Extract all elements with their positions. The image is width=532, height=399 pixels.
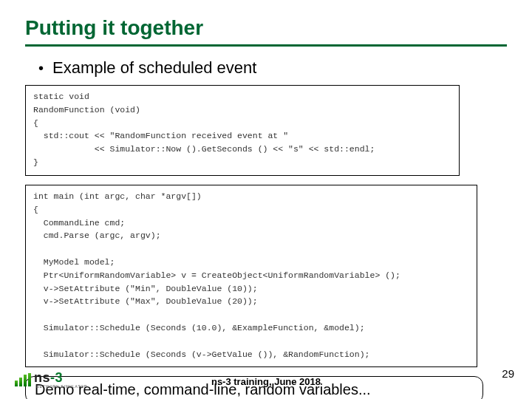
page-number: 29	[502, 367, 514, 380]
code-block-1: static void RandomFunction (void) { std:…	[25, 85, 460, 176]
slide-title: Putting it together	[25, 16, 507, 40]
bullet-item: • Example of scheduled event	[38, 58, 507, 78]
title-divider	[25, 44, 507, 47]
footer-text: ns-3 training, June 2018	[211, 376, 321, 387]
bullet-text: Example of scheduled event	[52, 58, 256, 78]
footer: ns-3 training, June 2018	[0, 376, 532, 387]
slide: Putting it together • Example of schedul…	[0, 0, 532, 399]
bullet-dot: •	[38, 58, 44, 78]
code-block-2: int main (int argc, char *argv[]) { Comm…	[25, 185, 477, 368]
